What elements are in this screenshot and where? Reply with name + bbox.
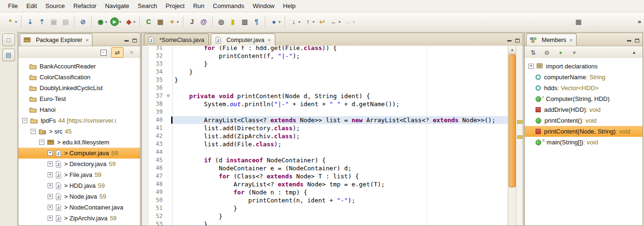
menu-edit[interactable]: Edit [22, 0, 41, 11]
tree-expander-plus-icon[interactable]: + [48, 216, 53, 221]
menu-source[interactable]: Source [41, 0, 69, 11]
tree-expander-plus-icon[interactable]: + [48, 172, 53, 177]
debug-button[interactable]: ◉▾ [95, 16, 108, 27]
link-with-editor-button[interactable]: ⇄ [111, 47, 124, 58]
tree-expander-minus-icon[interactable]: − [22, 118, 27, 123]
member-item[interactable]: printContent(Node, String) : void [525, 126, 643, 137]
external-tools-button[interactable]: ◆▾ [124, 16, 136, 27]
overview-ruler[interactable] [516, 46, 523, 226]
mark-occurrences-button[interactable]: ▮ [228, 16, 238, 27]
editor-tab-computerjava[interactable]: JComputer.java× [211, 33, 275, 46]
next-annotation-button[interactable]: ↓▾ [289, 16, 301, 27]
member-item[interactable]: Smain(String[]) : void [525, 137, 643, 148]
code-editor[interactable]: 31 for (File f : hdd.get(File.class)) {3… [142, 46, 508, 226]
code-line[interactable]: 31 for (File f : hdd.get(File.class)) { [142, 46, 508, 52]
code-line[interactable]: 52 } [142, 212, 508, 220]
menu-run[interactable]: Run [189, 0, 209, 11]
show-whitespace-button[interactable]: ¶ [251, 16, 262, 27]
member-item[interactable]: printContent() : void [525, 115, 643, 126]
new-java-wizard-button[interactable]: +▾ [167, 16, 180, 27]
hide-non-public-button[interactable]: × [569, 48, 580, 57]
scroll-up-button[interactable]: ▲ [508, 46, 516, 54]
scrollbar-thumb[interactable] [509, 54, 516, 187]
tree-expander-plus-icon[interactable]: + [48, 161, 53, 167]
code-line[interactable]: 32 printContent(f, "|-"); [142, 52, 508, 60]
menu-navigate[interactable]: Navigate [101, 0, 133, 11]
tree-item[interactable]: −> edu.kit.filesystem [18, 137, 140, 148]
tree-expander-minus-icon[interactable]: − [31, 129, 36, 134]
dropdown-arrow-icon[interactable]: ▾ [105, 20, 107, 24]
code-line[interactable]: 38 System.out.println("|-" + ident + " "… [142, 100, 508, 108]
back-button[interactable]: ←▾ [329, 16, 341, 27]
dropdown-arrow-icon[interactable]: ▾ [313, 20, 314, 24]
skip-breakpoints-button[interactable]: ⊘ [78, 16, 88, 27]
dropdown-arrow-icon[interactable]: ▾ [177, 20, 179, 24]
member-item[interactable]: cComputer(String, HDD) [525, 93, 643, 104]
previous-annotation-button[interactable]: ↑▾ [303, 16, 315, 27]
member-item[interactable]: +import declarations [525, 61, 643, 72]
menu-window[interactable]: Window [248, 0, 279, 11]
dropdown-arrow-icon[interactable]: ▾ [339, 20, 340, 24]
menu-project[interactable]: Project [161, 0, 189, 11]
menu-help[interactable]: Help [279, 0, 300, 11]
minimize-editor-button[interactable] [507, 40, 512, 42]
member-item[interactable]: addDrive(HDD) : void [525, 104, 643, 115]
code-line[interactable]: 33 } [142, 60, 508, 68]
commit-button[interactable]: ⇡ [37, 16, 47, 27]
maximize-editor-button[interactable] [515, 39, 520, 42]
tree-item[interactable]: +J> Directory.java59 [18, 159, 140, 169]
new-wizard-button[interactable]: *▾ [5, 16, 18, 27]
member-item[interactable]: hdds : Vector<HDD> [525, 83, 643, 93]
tree-item[interactable]: −> src45 [18, 126, 140, 137]
tree-expander-plus-icon[interactable]: + [48, 183, 53, 188]
dropdown-arrow-icon[interactable]: ▾ [119, 20, 121, 24]
dropdown-arrow-icon[interactable]: ▾ [15, 20, 17, 24]
code-line[interactable]: 43 list.add(File.class); [142, 140, 508, 148]
run-button[interactable]: ▶▾ [109, 16, 122, 27]
tab-members[interactable]: Members × [526, 33, 577, 46]
tree-item[interactable]: −IpdFs44 [https://svnserver.i [18, 115, 140, 126]
tree-item[interactable]: +J> Computer.java59 [18, 148, 140, 159]
scroll-up-button[interactable]: ▲ [628, 48, 640, 57]
tree-item[interactable]: +J> Node.java59 [18, 191, 140, 202]
code-line[interactable]: 44 [142, 148, 508, 156]
code-line[interactable]: 46 NodeContainer e = (NodeContainer) d; [142, 164, 508, 172]
tree-item[interactable]: +J> File.java59 [18, 169, 140, 180]
minimized-editor-button[interactable]: ▤ [2, 49, 15, 61]
search-button[interactable]: ◎ [216, 16, 226, 27]
menu-file[interactable]: File [4, 0, 22, 11]
code-line[interactable]: 37⊖ private void printContent(Node d, St… [142, 92, 508, 100]
editor-tab-someclassjava[interactable]: J*SomeClass.java [144, 33, 209, 46]
minimize-view-button[interactable] [627, 40, 631, 42]
code-line[interactable]: 47 for (Class<? extends Node> T : list) … [142, 172, 508, 180]
code-line[interactable]: 48 ArrayList<? extends Node> tmp = e.get… [142, 180, 508, 188]
new-java-class-button[interactable]: C [143, 16, 154, 27]
tree-expander-plus-icon[interactable]: + [528, 64, 534, 69]
close-tab-icon[interactable]: × [268, 37, 271, 43]
menu-refactor[interactable]: Refactor [69, 0, 101, 11]
tree-expander-plus-icon[interactable]: + [48, 194, 53, 199]
tree-item[interactable]: BankAccountReader [18, 61, 140, 72]
view-menu-button[interactable]: ▽ [126, 48, 137, 57]
code-line[interactable]: 35} [142, 76, 508, 84]
maximize-view-button[interactable] [635, 39, 639, 42]
code-line[interactable]: 53 } [142, 220, 508, 226]
code-line[interactable]: 41 list.add(Directory.class); [142, 124, 508, 132]
code-line[interactable]: 45 if (d instanceof NodeContainer) { [142, 156, 508, 164]
web-browser-button[interactable]: ●▾ [269, 16, 281, 27]
new-java-package-button[interactable]: ▦ [155, 16, 165, 27]
javadoc-button[interactable]: @ [198, 16, 209, 27]
code-line[interactable]: 49 for (Node n : tmp) { [142, 188, 508, 196]
dropdown-arrow-icon[interactable]: ▾ [279, 20, 281, 24]
tree-expander-plus-icon[interactable]: + [48, 151, 53, 156]
occurrence-marker[interactable] [517, 120, 522, 124]
show-selected-element-button[interactable]: ▥ [239, 16, 250, 27]
editor-vertical-scrollbar[interactable]: ▲ [508, 46, 516, 226]
menu-commands[interactable]: Commands [209, 0, 248, 11]
tab-package-explorer[interactable]: Package Explorer × [20, 33, 92, 46]
dropdown-arrow-icon[interactable]: ▾ [133, 20, 135, 24]
code-line[interactable]: 39 [142, 108, 508, 116]
tree-item[interactable]: DoublyLinkedCyclicList [18, 83, 140, 93]
dropdown-arrow-icon[interactable]: ▾ [353, 20, 355, 24]
code-line[interactable]: 40 ArrayList<Class<? extends Node>> list… [142, 116, 508, 124]
